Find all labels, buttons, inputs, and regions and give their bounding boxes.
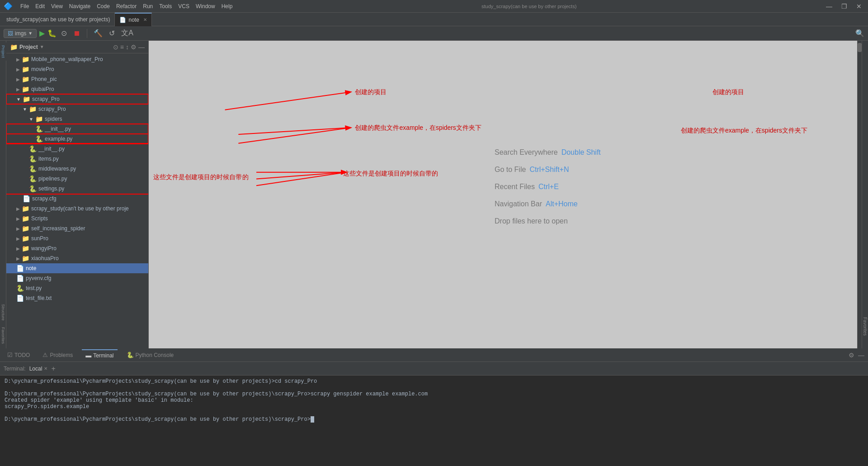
config-dropdown-icon[interactable]: ▼: [28, 31, 33, 36]
menu-file[interactable]: File: [18, 2, 31, 10]
tree-item-scripts[interactable]: ▶ 📁 Scripts: [6, 214, 148, 223]
build-button[interactable]: 🔨: [92, 28, 104, 38]
stop-button[interactable]: ⏹: [71, 29, 82, 38]
tree-item-pipelines[interactable]: 🐍 pipelines.py: [6, 174, 148, 184]
refresh-button[interactable]: ↺: [107, 28, 117, 38]
tree-item-scrapypro[interactable]: ▼ 📁 scrapy_Pro: [6, 94, 148, 104]
tab-problems[interactable]: ⚠ Problems: [39, 350, 76, 360]
tree-item-moviepro[interactable]: ▶ 📁 moviePro: [6, 64, 148, 74]
folder-icon: 📁: [23, 95, 30, 103]
tree-item-middlewares[interactable]: 🐍 middlewares.py: [6, 164, 148, 174]
favorites-icon[interactable]: Favorites: [0, 324, 6, 347]
editor-area: 创建的项目 创建的爬虫文件example，在spiders文件夹下 这些文件是创…: [149, 41, 862, 348]
hint-key-4: Alt+Home: [546, 200, 578, 208]
editor-scrollbar[interactable]: [857, 41, 862, 348]
close-button[interactable]: ✕: [854, 2, 864, 11]
tree-item-scrapystudy[interactable]: ▶ 📁 scrapy_study(can't be use by other p…: [6, 204, 148, 214]
folder-icon: 📁: [22, 66, 29, 73]
file-icon: 📄: [16, 295, 24, 302]
tree-item-xiaohuapro[interactable]: ▶ 📁 xiaohuaPro: [6, 253, 148, 263]
tree-label: sunPro: [31, 235, 48, 242]
tab-python-console[interactable]: 🐍 Python Console: [123, 350, 178, 360]
sort-icon[interactable]: ↕: [126, 43, 129, 51]
tree-label: note: [26, 265, 36, 271]
menu-code[interactable]: Code: [94, 2, 112, 10]
tree-item-testfile[interactable]: 📄 test_file.txt: [6, 293, 148, 303]
project-panel-icon[interactable]: Project: [0, 43, 6, 61]
tree-item-selfincreasing[interactable]: ▶ 📁 self_increasing_spider: [6, 223, 148, 233]
tab-close-icon[interactable]: ✕: [44, 366, 47, 371]
close-panel-icon[interactable]: —: [138, 43, 145, 51]
tree-label: spiders: [45, 116, 62, 122]
file-icon: 🐍: [29, 155, 37, 162]
maximize-button[interactable]: ❐: [839, 2, 850, 11]
terminal-settings-icon[interactable]: ⚙: [849, 352, 854, 359]
wordbook-label[interactable]: Favorites: [862, 314, 868, 339]
tab-note[interactable]: 📄 note ✕: [115, 13, 151, 26]
structure-icon[interactable]: Structure: [0, 301, 6, 323]
svg-line-6: [256, 172, 346, 179]
menu-window[interactable]: Window: [193, 2, 217, 10]
scrollbar-thumb[interactable]: [858, 43, 862, 52]
menu-vcs[interactable]: VCS: [176, 2, 192, 10]
tree-item-wangyipro[interactable]: ▶ 📁 wangyiPro: [6, 243, 148, 253]
translate-button[interactable]: 文A: [119, 28, 135, 39]
terminal-tabs: Terminal: Local ✕ +: [0, 362, 868, 376]
panel-header: 📁 Project ▼ ⊙ ≡ ↕ ⚙ —: [6, 41, 148, 53]
settings-icon[interactable]: ⚙: [131, 43, 137, 51]
tree-item-mobile[interactable]: ▶ 📁 Mobile_phone_wallpaper_Pro: [6, 54, 148, 64]
tree-item-example[interactable]: 🐍 example.py: [6, 134, 148, 144]
tab-local-label: Local: [29, 366, 42, 372]
tree-label: __init__.py: [45, 126, 71, 132]
folder-icon: 📁: [22, 215, 29, 222]
tree-item-scrapycfg[interactable]: 📄 scrapy.cfg: [6, 194, 148, 204]
tree-label: Scripts: [31, 215, 48, 222]
tree-item-init-spiders[interactable]: 🐍 __init__.py: [6, 124, 148, 134]
menu-run[interactable]: Run: [141, 2, 155, 10]
panel-title: Project: [19, 44, 38, 50]
terminal-line-1: D:\pycharm_professional\PycharmProjects\…: [5, 378, 863, 385]
tree-item-spiders[interactable]: ▼ 📁 spiders: [6, 114, 148, 124]
tree-item-phonepic[interactable]: ▶ 📁 Phone_pic: [6, 74, 148, 84]
minimize-button[interactable]: —: [823, 2, 835, 11]
main-layout: Project Structure Favorites 📁 Project ▼ …: [0, 41, 868, 348]
tree-label: pyvenv.cfg: [26, 275, 51, 281]
menu-edit[interactable]: Edit: [33, 2, 47, 10]
tree-item-note[interactable]: 📄 note: [6, 263, 148, 273]
run-button[interactable]: ▶: [39, 29, 45, 38]
svg-text:这些文件是创建项目的时候自带的: 这些文件是创建项目的时候自带的: [153, 173, 249, 181]
menu-help[interactable]: Help: [219, 2, 235, 10]
menu-refactor[interactable]: Refactor: [114, 2, 139, 10]
arrow-icon: ▶: [16, 226, 20, 231]
tab-bar: study_scrapy(can be use by other project…: [0, 13, 868, 26]
tree-item-qiubaipro[interactable]: ▶ 📁 qiubaiPro: [6, 84, 148, 94]
terminal-minimize-icon[interactable]: —: [858, 352, 864, 359]
tab-todo[interactable]: ☑ TODO: [4, 350, 33, 360]
hint-label-5: Drop files here to open: [495, 217, 568, 225]
tree-item-pyvenv[interactable]: 📄 pyvenv.cfg: [6, 273, 148, 283]
tab-terminal[interactable]: ▬ Terminal: [82, 349, 117, 361]
bottom-tabs: ☑ TODO ⚠ Problems ▬ Terminal 🐍 Python Co…: [0, 348, 868, 362]
tree-item-scrapypro-sub[interactable]: ▼ 📁 scrapy_Pro: [6, 104, 148, 114]
tree-item-init-scrapy[interactable]: 🐍 __init__.py: [6, 144, 148, 154]
terminal-add-tab[interactable]: +: [51, 365, 55, 373]
file-icon: 📄: [16, 265, 24, 272]
tab-project[interactable]: study_scrapy(can be use by other project…: [2, 13, 115, 26]
folder-icon: 📁: [35, 115, 43, 123]
run-config-selector[interactable]: 🖼 imgs ▼: [4, 29, 37, 38]
coverage-button[interactable]: ⊙: [59, 28, 69, 38]
titlebar: 🔷 File Edit View Navigate Code Refactor …: [0, 0, 868, 13]
locate-file-icon[interactable]: ⊙: [113, 43, 118, 51]
menu-tools[interactable]: Tools: [157, 2, 174, 10]
tree-item-settings[interactable]: 🐍 settings.py: [6, 184, 148, 194]
arrow-icon: ▶: [16, 57, 20, 62]
debug-button[interactable]: 🐛: [47, 29, 57, 38]
menu-view[interactable]: View: [49, 2, 65, 10]
terminal-tab-local[interactable]: Local ✕: [29, 366, 48, 372]
search-everywhere-button[interactable]: 🔍: [855, 29, 864, 38]
tree-item-testpy[interactable]: 🐍 test.py: [6, 283, 148, 293]
collapse-all-icon[interactable]: ≡: [120, 43, 124, 51]
tree-item-items[interactable]: 🐍 items.py: [6, 154, 148, 164]
menu-navigate[interactable]: Navigate: [67, 2, 93, 10]
tree-item-sunpro[interactable]: ▶ 📁 sunPro: [6, 233, 148, 243]
